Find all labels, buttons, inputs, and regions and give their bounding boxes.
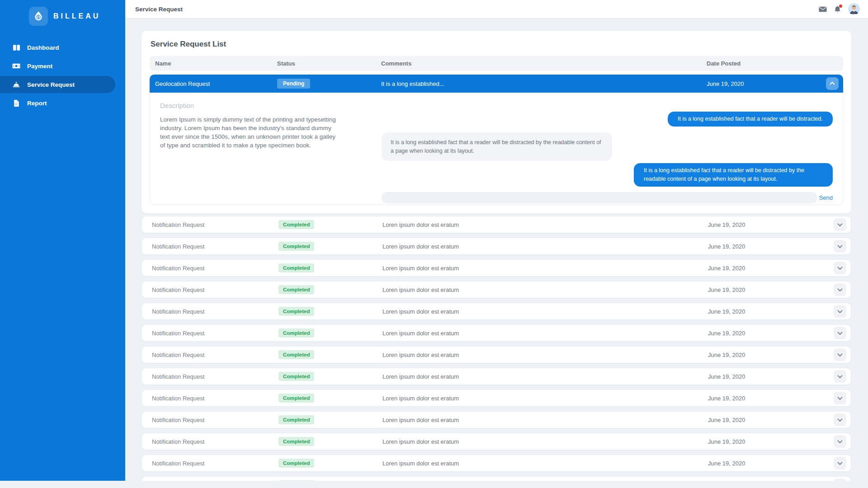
request-comment: Loren ipsum dolor est eratum [382,330,708,337]
request-comment: Loren ipsum dolor est eratum [382,286,708,293]
notification-bell-icon[interactable] [834,5,841,13]
table-row[interactable]: Notification Request Completed Loren ips… [142,259,851,277]
request-name: Notification Request [152,308,278,315]
request-name: Notification Request [152,243,278,250]
request-comment: Loren ipsum dolor est eratum [382,417,708,423]
request-date: June 19, 2020 [708,417,831,423]
received-message-bubble: It is a long established fact that a rea… [382,132,612,161]
request-date: June 19, 2020 [708,438,831,445]
request-name: Notification Request [152,330,278,337]
message-list: It is a long established fact that a rea… [382,93,833,187]
page-title: Service Request [135,6,183,13]
table-header: Name Status Comments Date Posted [150,56,843,71]
brand-name: BILLEAU [53,12,100,20]
message-input[interactable] [382,192,817,203]
chevron-down-icon [837,243,842,248]
svg-text:$: $ [38,15,40,19]
sidebar-nav: Dashboard Payment [0,39,125,112]
request-date: June 19, 2020 [708,395,831,402]
sent-message-bubble: It is a long established fact that a rea… [634,163,833,187]
sidebar-item-service-request[interactable]: Service Request [0,76,115,93]
table-row[interactable]: Notification Request Completed Loren ips… [142,303,851,320]
table-row[interactable]: Notification Request Completed Loren ips… [142,433,851,450]
sidebar-item-label: Payment [27,63,52,70]
table-row[interactable]: Notification Request Completed Loren ips… [142,324,851,342]
dashboard-icon [12,43,20,52]
sidebar-item-label: Dashboard [27,44,59,51]
request-name: Notification Request [152,373,278,380]
table-row[interactable]: Notification Request Completed Loren ips… [142,389,851,407]
expand-row-button[interactable] [834,262,846,274]
chevron-down-icon [837,352,842,357]
request-date: June 19, 2020 [707,80,823,87]
chevron-down-icon [837,438,842,443]
request-date: June 19, 2020 [708,373,831,380]
status-badge-completed: Completed [278,437,314,446]
expand-row-button[interactable] [834,305,846,318]
expand-row-button[interactable] [834,457,846,469]
expand-row-button[interactable] [834,413,846,426]
table-row[interactable]: Notification Request Completed Loren ips… [142,476,851,481]
request-comment: Loren ipsum dolor est eratum [382,352,708,358]
user-avatar[interactable] [848,3,860,15]
status-badge-completed: Completed [278,285,314,294]
request-comment: Loren ipsum dolor est eratum [382,243,708,250]
sent-message-bubble: It is a long established fact that a rea… [668,112,833,127]
brand-logo: $ BILLEAU [0,0,125,33]
chevron-down-icon [837,221,842,226]
app-window: $ BILLEAU Dashboard [0,0,868,481]
table-row[interactable]: Notification Request Completed Loren ips… [142,281,851,298]
chevron-down-icon [837,417,842,422]
status-badge-completed: Completed [278,394,314,403]
sidebar-item-payment[interactable]: Payment [0,57,125,75]
expand-row-button[interactable] [834,327,846,339]
send-button[interactable]: Send [819,194,833,201]
description-label: Description [160,102,336,109]
topbar-actions [819,3,860,15]
expand-row-button[interactable] [834,370,846,383]
table-row[interactable]: Notification Request Completed Loren ips… [142,238,851,255]
status-badge-completed: Completed [278,307,314,316]
request-comment: Loren ipsum dolor est eratum [382,373,708,380]
request-date: June 19, 2020 [708,330,831,337]
chat-input-row: Send [382,192,833,203]
collapse-row-button[interactable] [826,77,839,90]
request-date: June 19, 2020 [708,265,831,272]
request-comment: Loren ipsum dolor est eratum [382,221,708,228]
table-row[interactable]: Notification Request Completed Loren ips… [142,411,851,428]
chevron-down-icon [837,308,842,313]
request-date: June 19, 2020 [708,308,831,315]
chevron-down-icon [837,395,842,400]
main-area: Service Request [125,0,868,481]
request-list: Notification Request Completed Loren ips… [142,216,851,481]
description-section: Description Lorem Ipsum is simply dummy … [160,102,336,150]
table-row[interactable]: Notification Request Completed Loren ips… [142,346,851,363]
table-row[interactable]: Notification Request Completed Loren ips… [142,455,851,472]
expand-row-button[interactable] [834,348,846,361]
expand-row-button[interactable] [834,283,846,296]
request-comment: Loren ipsum dolor est eratum [382,265,708,272]
chevron-down-icon [837,373,842,378]
column-date-posted: Date Posted [707,60,823,67]
report-icon [12,99,20,107]
status-badge-completed: Completed [278,480,314,481]
table-row[interactable]: Notification Request Completed Loren ips… [142,216,851,233]
chevron-down-icon [837,330,842,335]
expanded-request-body: Description Lorem Ipsum is simply dummy … [150,93,843,205]
expand-row-button[interactable] [834,218,846,231]
sidebar: $ BILLEAU Dashboard [0,0,125,481]
request-name: Notification Request [152,286,278,293]
expand-row-button[interactable] [834,479,846,481]
status-badge-completed: Completed [278,372,314,381]
card-title: Service Request List [151,40,843,49]
sidebar-item-dashboard[interactable]: Dashboard [0,39,125,56]
expand-row-button[interactable] [834,240,846,253]
request-date: June 19, 2020 [708,286,831,293]
expanded-request-row[interactable]: Geolocation Request Pending It is a long… [150,75,843,93]
mail-icon[interactable] [819,6,827,12]
table-row[interactable]: Notification Request Completed Loren ips… [142,368,851,385]
sidebar-item-report[interactable]: Report [0,94,125,112]
request-name: Geolocation Request [155,80,277,87]
expand-row-button[interactable] [834,435,846,448]
expand-row-button[interactable] [834,392,846,404]
